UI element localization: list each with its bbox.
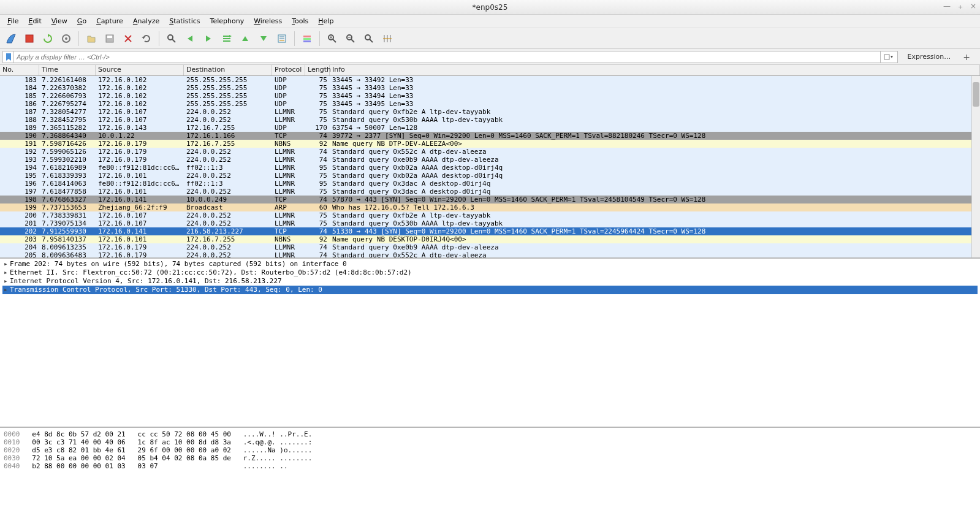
svg-line-10 bbox=[172, 39, 175, 42]
packet-bytes-pane[interactable]: 0000 e4 8d 8c 0b 57 d2 00 21 cc cc 50 72… bbox=[0, 428, 980, 521]
col-protocol[interactable]: Protocol bbox=[272, 65, 305, 75]
menu-telephony[interactable]: Telephony bbox=[205, 16, 249, 26]
table-row[interactable]: 1857.226606793172.16.0.102255.255.255.25… bbox=[0, 92, 980, 100]
menu-go[interactable]: Go bbox=[72, 16, 91, 26]
close-file-button[interactable] bbox=[120, 30, 137, 47]
table-row[interactable]: 1917.598716426172.16.0.179172.16.7.255NB… bbox=[0, 140, 980, 148]
menu-capture[interactable]: Capture bbox=[91, 16, 128, 26]
svg-marker-8 bbox=[142, 37, 145, 39]
zoom-in-button[interactable] bbox=[324, 30, 341, 47]
separator bbox=[319, 31, 320, 46]
table-row[interactable]: 1847.226370382172.16.0.102255.255.255.25… bbox=[0, 84, 980, 92]
go-to-packet-button[interactable] bbox=[218, 30, 235, 47]
col-source[interactable]: Source bbox=[96, 65, 184, 75]
table-row[interactable]: 2037.958140137172.16.0.101172.16.7.255NB… bbox=[0, 235, 980, 243]
minimize-button[interactable]: — bbox=[943, 2, 951, 12]
resize-columns-button[interactable] bbox=[379, 30, 396, 47]
go-back-button[interactable] bbox=[181, 30, 199, 47]
go-first-button[interactable] bbox=[237, 30, 254, 47]
col-length[interactable]: Length bbox=[305, 65, 330, 75]
hex-line[interactable]: 0010 00 3c c3 71 40 00 40 06 1c 8f ac 10… bbox=[4, 438, 976, 446]
expression-button[interactable]: Expression… bbox=[903, 53, 956, 61]
hex-line[interactable]: 0020 d5 e3 c8 82 01 bb 4e 61 29 6f 00 00… bbox=[4, 446, 976, 454]
hex-line[interactable]: 0030 72 10 5a ea 00 00 02 04 05 b4 04 02… bbox=[4, 454, 976, 462]
detail-line[interactable]: ▸Internet Protocol Version 4, Src: 172.1… bbox=[2, 277, 978, 286]
table-row[interactable]: 2048.009613235172.16.0.179224.0.0.252LLM… bbox=[0, 243, 980, 251]
stop-capture-button[interactable] bbox=[21, 30, 38, 47]
table-row[interactable]: 1907.36886434010.0.1.22172.16.1.166TCP74… bbox=[0, 132, 980, 140]
table-row[interactable]: 1837.226161408172.16.0.102255.255.255.25… bbox=[0, 76, 980, 84]
separator bbox=[78, 31, 79, 46]
zoom-out-button[interactable] bbox=[342, 30, 359, 47]
save-file-button[interactable] bbox=[101, 30, 118, 47]
menu-wireless[interactable]: Wireless bbox=[249, 16, 287, 26]
detail-line[interactable]: ▸Frame 202: 74 bytes on wire (592 bits),… bbox=[2, 260, 978, 268]
filter-bar: Expression… + bbox=[0, 49, 980, 65]
toolbar bbox=[0, 28, 980, 49]
col-info[interactable]: Info bbox=[330, 65, 980, 75]
menu-analyze[interactable]: Analyze bbox=[128, 16, 164, 26]
menu-file[interactable]: File bbox=[2, 16, 23, 26]
menu-edit[interactable]: Edit bbox=[23, 16, 46, 26]
svg-point-9 bbox=[168, 35, 173, 40]
col-time[interactable]: Time bbox=[39, 65, 96, 75]
open-file-button[interactable] bbox=[83, 30, 100, 47]
menu-tools[interactable]: Tools bbox=[287, 16, 313, 26]
detail-line[interactable]: ▸Ethernet II, Src: Flextron_cc:50:72 (00… bbox=[2, 268, 978, 277]
auto-scroll-button[interactable] bbox=[273, 30, 291, 47]
menu-help[interactable]: Help bbox=[313, 16, 338, 26]
table-row[interactable]: 1867.226795274172.16.0.102255.255.255.25… bbox=[0, 100, 980, 108]
col-destination[interactable]: Destination bbox=[184, 65, 272, 75]
table-row[interactable]: 2017.739075134172.16.0.107224.0.0.252LLM… bbox=[0, 219, 980, 227]
go-forward-button[interactable] bbox=[200, 30, 217, 47]
svg-rect-0 bbox=[26, 35, 33, 42]
col-no[interactable]: No. bbox=[0, 65, 39, 75]
detail-line[interactable]: ▸Transmission Control Protocol, Src Port… bbox=[2, 286, 978, 294]
table-row[interactable]: 1937.599302210172.16.0.179224.0.0.252LLM… bbox=[0, 156, 980, 164]
table-row[interactable]: 2007.738339831172.16.0.107224.0.0.252LLM… bbox=[0, 211, 980, 219]
table-row[interactable]: 1887.328452795172.16.0.107224.0.0.252LLM… bbox=[0, 116, 980, 124]
separator bbox=[159, 31, 159, 46]
table-row[interactable]: 1897.365115282172.16.0.143172.16.7.255UD… bbox=[0, 124, 980, 132]
reload-button[interactable] bbox=[138, 30, 155, 47]
window-title: *enp0s25 bbox=[473, 3, 508, 12]
svg-point-3 bbox=[65, 37, 67, 40]
restart-capture-button[interactable] bbox=[39, 30, 56, 47]
hex-line[interactable]: 0000 e4 8d 8c 0b 57 d2 00 21 cc cc 50 72… bbox=[4, 430, 976, 438]
find-button[interactable] bbox=[163, 30, 180, 47]
shark-fin-icon[interactable] bbox=[2, 30, 20, 47]
svg-line-29 bbox=[333, 39, 336, 42]
hex-line[interactable]: 0040 b2 88 00 00 00 00 01 03 03 07 .....… bbox=[4, 462, 976, 470]
bookmark-icon[interactable] bbox=[2, 51, 13, 63]
packet-list-header[interactable]: No. Time Source Destination Protocol Len… bbox=[0, 65, 980, 76]
table-row[interactable]: 1957.618339393172.16.0.101224.0.0.252LLM… bbox=[0, 172, 980, 180]
menu-statistics[interactable]: Statistics bbox=[164, 16, 205, 26]
close-button[interactable]: × bbox=[970, 2, 976, 12]
table-row[interactable]: 1947.618216989fe80::f912:81dc:cc6…ff02::… bbox=[0, 164, 980, 172]
display-filter-input[interactable] bbox=[13, 51, 881, 63]
menu-view[interactable]: View bbox=[47, 16, 72, 26]
colorize-button[interactable] bbox=[298, 30, 316, 47]
table-row[interactable]: 1977.618477858172.16.0.101224.0.0.252LLM… bbox=[0, 188, 980, 196]
packet-details-pane[interactable]: ▸Frame 202: 74 bytes on wire (592 bits),… bbox=[0, 259, 980, 428]
packet-list-pane: No. Time Source Destination Protocol Len… bbox=[0, 65, 980, 259]
table-row[interactable]: 1877.328054277172.16.0.107224.0.0.252LLM… bbox=[0, 108, 980, 116]
table-row[interactable]: 1997.737153653Zhejiang_66:2f:f9Broadcast… bbox=[0, 203, 980, 211]
svg-rect-24 bbox=[303, 38, 311, 40]
packet-list-body[interactable]: 1837.226161408172.16.0.102255.255.255.25… bbox=[0, 76, 980, 257]
capture-options-button[interactable] bbox=[58, 30, 75, 47]
scrollbar[interactable] bbox=[971, 76, 980, 257]
table-row[interactable]: 1927.599065126172.16.0.179224.0.0.252LLM… bbox=[0, 148, 980, 156]
add-filter-button[interactable]: + bbox=[959, 52, 974, 62]
table-row[interactable]: 1967.618414063fe80::f912:81dc:cc6…ff02::… bbox=[0, 180, 980, 188]
zoom-reset-button[interactable] bbox=[360, 30, 378, 47]
svg-marker-16 bbox=[229, 35, 232, 37]
go-last-button[interactable] bbox=[255, 30, 272, 47]
maximize-button[interactable]: ＋ bbox=[957, 2, 964, 12]
table-row[interactable]: 2027.912559930172.16.0.141216.58.213.227… bbox=[0, 227, 980, 235]
filter-dropdown[interactable] bbox=[881, 51, 898, 63]
separator bbox=[294, 31, 295, 46]
svg-marker-1 bbox=[48, 34, 50, 37]
table-row[interactable]: 1987.676863327172.16.0.14110.0.0.249TCP7… bbox=[0, 196, 980, 203]
table-row[interactable]: 2058.009636483172.16.0.179224.0.0.252LLM… bbox=[0, 251, 980, 257]
